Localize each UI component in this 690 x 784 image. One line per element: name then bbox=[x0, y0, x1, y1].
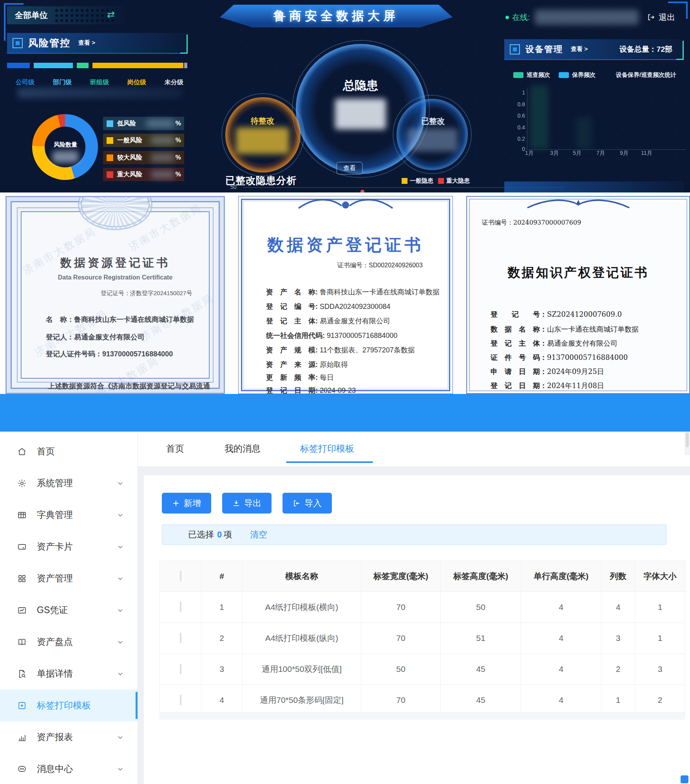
field-value: SDDA2024092300084 bbox=[320, 303, 390, 310]
sidebar-item-gs-voucher[interactable]: GS凭证 bbox=[0, 594, 138, 626]
y-tick: 1 bbox=[512, 89, 525, 96]
tab-my-messages[interactable]: 我的消息 bbox=[225, 443, 261, 455]
select-all-checkbox[interactable] bbox=[180, 571, 181, 581]
field-value: 913700005716884000 bbox=[547, 353, 628, 361]
sidebar-item-message-center[interactable]: 消息中心 bbox=[0, 753, 138, 784]
row-checkbox[interactable] bbox=[180, 602, 181, 612]
risk-level-tabs: 公司级 部门级 班组级 岗位级 未分级 bbox=[16, 78, 184, 87]
total-hazard-label: 总隐患 bbox=[331, 78, 390, 94]
next-panel-header-cut bbox=[504, 181, 684, 192]
cell-row-height: 4 bbox=[521, 623, 601, 654]
tab-team-level[interactable]: 班组级 bbox=[90, 78, 109, 87]
legend-swatch bbox=[402, 178, 407, 184]
sidebar-item-asset-management[interactable]: 资产管理 bbox=[0, 563, 138, 594]
field-label: 登 记 日 期： bbox=[491, 381, 547, 390]
x-tick: 3月 bbox=[550, 150, 559, 157]
dashboard-title: 鲁商安全数据大屏 bbox=[273, 8, 399, 24]
table-horizontal-scrollbar[interactable] bbox=[159, 712, 685, 720]
field-value: 2024年09月25日 bbox=[547, 367, 604, 376]
sidebar-item-asset-card[interactable]: 资产卡片 bbox=[0, 531, 138, 563]
pending-hazard-value-blurred bbox=[236, 127, 289, 154]
sidebar-item-system-management[interactable]: 系统管理 bbox=[0, 467, 138, 499]
table-icon bbox=[17, 510, 27, 520]
row-checkbox[interactable] bbox=[180, 695, 181, 705]
scrollbar[interactable] bbox=[685, 432, 690, 455]
sidebar-item-home[interactable]: 首页 bbox=[0, 436, 138, 467]
y-tick: 0.4 bbox=[512, 124, 525, 131]
content-card: 新增 导出 导入 已选择 0 项 清空 bbox=[144, 475, 690, 784]
legend-value-blurred bbox=[151, 171, 174, 178]
import-button[interactable]: 导入 bbox=[283, 493, 332, 514]
logout-button[interactable]: 退出 bbox=[647, 9, 675, 25]
device-chart-plot bbox=[527, 88, 686, 150]
x-tick: 5月 bbox=[573, 150, 581, 157]
row-checkbox[interactable] bbox=[180, 664, 181, 674]
back-to-top-button[interactable] bbox=[681, 775, 688, 783]
risk-view-link[interactable]: 查看 > bbox=[78, 39, 95, 47]
field-value: 易通金服支付有限公司 bbox=[320, 317, 390, 325]
sidebar-item-dictionary-management[interactable]: 字典管理 bbox=[0, 499, 138, 531]
tab-unclassified[interactable]: 未分级 bbox=[165, 78, 183, 87]
legend-row-low-risk: 低风险 % bbox=[103, 117, 184, 130]
col-header-columns: 列数 bbox=[601, 561, 635, 592]
certificate-number: 登记证号：济数登字2024150027号 bbox=[101, 290, 192, 297]
field-label: 资 产 规 模: bbox=[266, 346, 318, 354]
analysis-legend-major: 重大隐患 bbox=[438, 177, 470, 185]
tab-company-level[interactable]: 公司级 bbox=[16, 78, 34, 87]
row-checkbox[interactable] bbox=[180, 633, 181, 643]
clear-selection-link[interactable]: 清空 bbox=[250, 529, 267, 541]
certificate-data-asset: 数据资产登记证书 证书编号：SD0020240926003 资 产 名 称: 鲁… bbox=[238, 196, 453, 394]
chevron-down-icon bbox=[116, 511, 124, 519]
y-tick: 0.6 bbox=[512, 113, 525, 119]
teal-bracket-decoration bbox=[676, 41, 684, 60]
table-row: 1 A4纸打印模板(横向) 70 50 4 4 1 bbox=[160, 592, 685, 623]
donut-center-label: 风险数量 bbox=[44, 141, 87, 149]
col-header-label-height: 标签高度(毫米) bbox=[441, 561, 521, 592]
cell-label-width: 50 bbox=[361, 654, 441, 685]
device-chart-title: 设备保养/巡查频次统计 bbox=[616, 71, 676, 79]
cell-index: 1 bbox=[201, 592, 243, 623]
field-label: 登 记 号： bbox=[491, 310, 547, 318]
cell-font-size: 3 bbox=[635, 654, 685, 685]
cell-label-height: 51 bbox=[441, 623, 521, 654]
field-label: 登记人证件号码： bbox=[46, 350, 102, 358]
chevron-down-icon bbox=[116, 638, 124, 646]
cell-label-width: 70 bbox=[361, 623, 441, 654]
export-button[interactable]: 导出 bbox=[222, 493, 272, 514]
sidebar-item-asset-inventory[interactable]: 资产盘点 bbox=[0, 626, 138, 658]
download-icon bbox=[232, 499, 240, 507]
gear-icon bbox=[17, 479, 27, 488]
sidebar-item-asset-report[interactable]: 资产报表 bbox=[0, 721, 138, 753]
swap-icon[interactable]: ⇄ bbox=[107, 9, 115, 20]
unit-selector[interactable]: 全部单位 ⇄ bbox=[7, 6, 125, 24]
home-icon bbox=[17, 447, 27, 456]
field-value: 原始取得 bbox=[320, 361, 348, 368]
risk-stacked-bar bbox=[7, 63, 187, 68]
cell-columns: 3 bbox=[601, 623, 635, 654]
hazard-view-button[interactable]: 查看 bbox=[337, 162, 362, 174]
fixed-hazard-value-blurred bbox=[407, 129, 458, 151]
field-label: 登 记 主 体： bbox=[491, 339, 547, 347]
field-value: 易通金服支付有限公司 bbox=[74, 333, 145, 341]
add-button[interactable]: 新增 bbox=[162, 493, 211, 514]
tab-label-print-template[interactable]: 标签打印模板 bbox=[300, 443, 354, 455]
chevron-down-icon bbox=[116, 765, 124, 773]
sidebar-item-document-details[interactable]: 单据详情 bbox=[0, 658, 138, 690]
cell-template-name: 通用70*50条形码[固定] bbox=[243, 685, 361, 716]
chart-line-icon bbox=[17, 606, 27, 615]
tab-department-level[interactable]: 部门级 bbox=[53, 78, 72, 87]
tab-home[interactable]: 首页 bbox=[166, 443, 184, 455]
analysis-legend-normal: 一般隐患 bbox=[402, 177, 433, 185]
field-value: SZ2024120007609.0 bbox=[547, 310, 622, 318]
bar-segment bbox=[7, 63, 30, 68]
device-view-link[interactable]: 查看 > bbox=[571, 45, 588, 53]
field-label: 登记人： bbox=[46, 333, 74, 341]
cell-label-height: 50 bbox=[441, 592, 521, 623]
message-icon bbox=[17, 764, 27, 774]
col-header-label-width: 标签宽度(毫米) bbox=[361, 561, 441, 592]
certificate-subtitle: Data Resource Registration Certificate bbox=[7, 274, 224, 281]
tab-post-level[interactable]: 岗位级 bbox=[127, 78, 146, 87]
sidebar-item-label-print-template[interactable]: 标签打印模板 bbox=[0, 690, 138, 721]
grid-icon bbox=[17, 574, 27, 583]
card-icon bbox=[17, 542, 27, 552]
